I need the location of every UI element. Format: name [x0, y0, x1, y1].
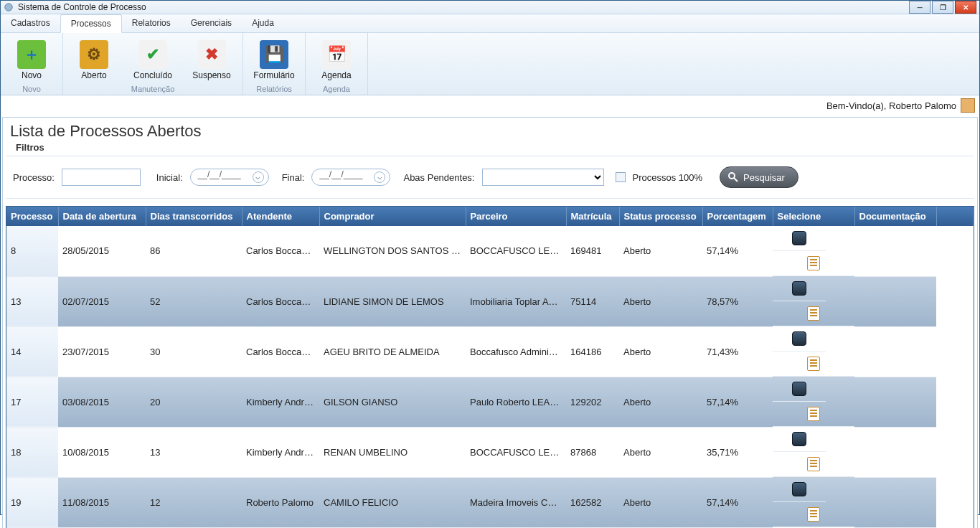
ribbon-group-relatórios: 💾FormulárioRelatórios: [243, 33, 306, 95]
cell-dias: 20: [146, 377, 242, 427]
cell-documentacao: [773, 402, 854, 427]
cell-status: Aberto: [619, 326, 702, 377]
select-icon[interactable]: [792, 281, 806, 296]
document-icon[interactable]: [807, 407, 820, 421]
cell-comprador: WELLINGTON DOS SANTOS CORREA: [319, 226, 466, 276]
cell-selecione: [773, 377, 826, 402]
table-row[interactable]: 1302/07/201552Carlos BoccaFuscoLIDIANE S…: [6, 276, 974, 326]
label-pct: Processos 100%: [633, 172, 703, 183]
avatar[interactable]: [961, 98, 975, 113]
cell-pct: 57,14%: [702, 226, 773, 276]
column-header[interactable]: Matrícula: [566, 207, 619, 226]
ribbon-button-label: Formulário: [253, 70, 294, 80]
document-icon[interactable]: [807, 256, 820, 270]
cell-matricula: 129202: [566, 377, 619, 427]
cell-selecione: [773, 326, 826, 352]
app-window: Sistema de Controle de Processo ─ ❐ ✕ Ca…: [0, 0, 980, 515]
cell-atendente: Carlos BoccaFusco: [242, 326, 319, 377]
content-panel: Lista de Processos Abertos Filtros Proce…: [2, 117, 978, 528]
cell-matricula: 162582: [566, 477, 619, 527]
cell-processo: 17: [6, 377, 58, 427]
document-icon[interactable]: [807, 306, 820, 321]
document-icon[interactable]: [807, 457, 820, 471]
column-header[interactable]: Processo: [6, 207, 58, 226]
cell-data: 23/07/2015: [58, 326, 146, 377]
processos100-checkbox[interactable]: [616, 172, 626, 182]
column-header[interactable]: Parceiro: [466, 207, 566, 226]
cell-processo: 18: [6, 427, 58, 477]
cell-dias: 12: [146, 477, 242, 527]
ribbon-button-label: Suspenso: [192, 70, 230, 80]
cell-status: Aberto: [619, 377, 702, 427]
welcome-text: Bem-Vindo(a), Roberto Palomo: [826, 100, 956, 111]
cell-selecione: [773, 276, 826, 301]
processo-input[interactable]: [62, 169, 141, 186]
ribbon-group-novo: ＋NovoNovo: [1, 33, 63, 95]
cell-parceiro: BOCCAFUSCO LEOPOLDI: [466, 226, 566, 276]
ribbon-group-label: Agenda: [323, 85, 350, 93]
table-row[interactable]: 1423/07/201530Carlos BoccaFuscoAGEU BRIT…: [6, 326, 974, 377]
ribbon-formulário-button[interactable]: 💾Formulário: [246, 37, 302, 83]
column-header[interactable]: Atendente: [242, 207, 319, 226]
ribbon-aberto-button[interactable]: ⚙Aberto: [66, 37, 122, 83]
ribbon-group-label: Manutenção: [131, 85, 175, 93]
cell-documentacao: [773, 452, 854, 477]
table-row[interactable]: 828/05/201586Carlos BoccaFuscoWELLINGTON…: [6, 226, 974, 276]
cell-processo: 19: [6, 477, 58, 527]
minimize-button[interactable]: ─: [909, 1, 930, 14]
window-title: Sistema de Controle de Processo: [18, 2, 908, 12]
ribbon-suspenso-button[interactable]: ✖Suspenso: [184, 37, 240, 83]
close-button[interactable]: ✕: [955, 1, 976, 14]
cell-parceiro: Paulo Roberto LEARDI: [466, 377, 566, 427]
column-header[interactable]: Dias transcorridos: [146, 207, 242, 226]
ribbon-agenda-button[interactable]: 📅Agenda: [308, 37, 364, 83]
cell-parceiro: Imobiliaria Toplar Admini: [466, 276, 566, 326]
cell-documentacao: [773, 251, 854, 276]
document-icon[interactable]: [807, 357, 820, 371]
select-icon[interactable]: [792, 432, 806, 446]
cell-documentacao: [773, 301, 854, 326]
cell-parceiro: Madeira Imoveis Compra: [466, 477, 566, 527]
table-row[interactable]: 1810/08/201513Kimberly AndressaRENAN UMB…: [6, 427, 974, 477]
ribbon-novo-button[interactable]: ＋Novo: [4, 37, 60, 83]
document-icon[interactable]: [807, 507, 820, 522]
table-row[interactable]: 1911/08/201512Roberto PalomoCAMILO FELIC…: [6, 477, 974, 527]
menu-relatorios[interactable]: Relatorios: [122, 14, 181, 32]
table-row[interactable]: 1703/08/201520Kimberly AndressaGILSON GI…: [6, 377, 974, 427]
final-input[interactable]: __/__/____: [311, 169, 390, 186]
column-header[interactable]: Status processo: [619, 207, 702, 226]
column-header[interactable]: Selecione: [773, 207, 854, 226]
cell-atendente: Carlos BoccaFusco: [242, 276, 319, 326]
column-header[interactable]: Comprador: [319, 207, 466, 226]
cell-dias: 86: [146, 226, 242, 276]
select-icon[interactable]: [792, 382, 806, 396]
inicial-input[interactable]: __/__/____: [190, 169, 269, 186]
cell-atendente: Carlos BoccaFusco: [242, 226, 319, 276]
cell-comprador: RENAN UMBELINO: [319, 427, 466, 477]
cell-atendente: Kimberly Andressa: [242, 377, 319, 427]
search-icon: [727, 171, 739, 183]
select-icon[interactable]: [792, 482, 806, 496]
cell-processo: 13: [6, 276, 58, 326]
search-button[interactable]: Pesquisar: [720, 166, 798, 188]
maximize-button[interactable]: ❐: [932, 1, 953, 14]
svg-line-2: [734, 178, 738, 182]
select-icon[interactable]: [792, 331, 806, 346]
cell-parceiro: BOCCAFUSCO LEOPOLDI: [466, 427, 566, 477]
menu-processos[interactable]: Processos: [60, 14, 122, 33]
ribbon-button-label: Novo: [22, 70, 42, 80]
cell-data: 10/08/2015: [58, 427, 146, 477]
column-header[interactable]: Documentação: [854, 207, 936, 226]
menu-gerenciais[interactable]: Gerenciais: [181, 14, 242, 32]
select-icon[interactable]: [792, 231, 806, 245]
page-title: Lista de Processos Abertos: [3, 118, 977, 142]
cell-comprador: LIDIANE SIMON DE LEMOS: [319, 276, 466, 326]
ribbon-concluído-button[interactable]: ✔Concluído: [125, 37, 181, 83]
abas-select[interactable]: [482, 169, 604, 186]
cell-documentacao: [773, 352, 854, 377]
column-header[interactable]: Data de abertura: [58, 207, 146, 226]
ribbon-group-manutenção: ⚙Aberto✔Concluído✖SuspensoManutenção: [63, 33, 243, 95]
column-header[interactable]: Porcentagem: [702, 207, 773, 226]
menu-cadastros[interactable]: Cadastros: [1, 14, 60, 32]
menu-ajuda[interactable]: Ajuda: [242, 14, 284, 32]
